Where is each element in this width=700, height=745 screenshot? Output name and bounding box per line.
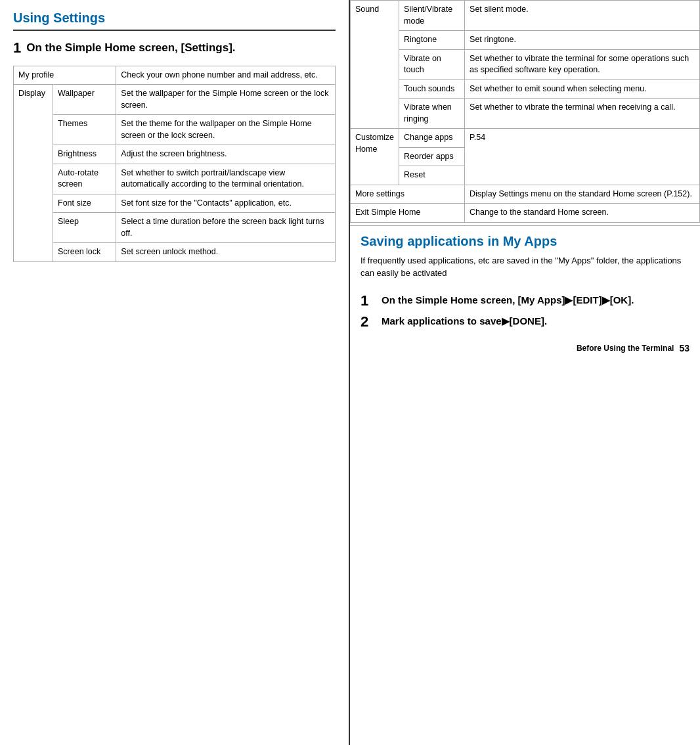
wallpaper-desc: Set the wallpaper for the Simple Home sc… (116, 85, 336, 115)
touch-sounds-desc: Set whether to emit sound when selecting… (465, 79, 700, 99)
table-row: Display Wallpaper Set the wallpaper for … (14, 85, 336, 115)
saving-step1-number: 1 (361, 293, 382, 309)
customize-home-desc: P.54 (465, 129, 700, 185)
ringtone-desc: Set ringtone. (465, 31, 700, 50)
screen-lock-label: Screen lock (53, 243, 116, 262)
saving-step2-number: 2 (361, 314, 382, 330)
more-settings-label: More settings (351, 185, 465, 204)
change-apps-label: Change apps (399, 129, 465, 148)
table-row: My profile Check your own phone number a… (14, 66, 336, 85)
vibrate-ringing-label: Vibrate when ringing (399, 99, 465, 129)
table-row: Screen lock Set screen unlock method. (14, 243, 336, 262)
saving-step1: 1 On the Simple Home screen, [My Apps]▶[… (361, 293, 689, 309)
saving-steps: 1 On the Simple Home screen, [My Apps]▶[… (350, 288, 700, 338)
table-row: Vibrate when ringing Set whether to vibr… (351, 99, 700, 129)
table-row: Brightness Adjust the screen brightness. (14, 145, 336, 164)
sleep-label: Sleep (53, 213, 116, 243)
themes-desc: Set the theme for the wallpaper on the S… (116, 115, 336, 145)
saving-step1-text: On the Simple Home screen, [My Apps]▶[ED… (382, 293, 634, 307)
sound-label: Sound (351, 1, 399, 129)
reorder-apps-label: Reorder apps (399, 147, 465, 166)
footer-label: Before Using the Terminal (577, 344, 674, 353)
right-column: Sound Silent/Vibrate mode Set silent mod… (350, 0, 700, 745)
screen-lock-desc: Set screen unlock method. (116, 243, 336, 262)
vibrate-touch-desc: Set whether to vibrate the terminal for … (465, 49, 700, 79)
display-label: Display (14, 85, 53, 262)
step1-text: On the Simple Home screen, [Settings]. (26, 41, 235, 54)
table-row: Touch sounds Set whether to emit sound w… (351, 79, 700, 99)
wallpaper-label: Wallpaper (53, 85, 116, 115)
step1-number: 1 (13, 39, 21, 56)
themes-label: Themes (53, 115, 116, 145)
font-size-desc: Set font size for the "Contacts" applica… (116, 194, 336, 213)
saving-apps-body: If frequently used applications, etc are… (350, 254, 700, 288)
ringtone-label: Ringtone (399, 31, 465, 50)
brightness-label: Brightness (53, 145, 116, 164)
left-column: Using Settings 1On the Simple Home scree… (0, 0, 350, 745)
auto-rotate-desc: Set whether to switch portrait/landscape… (116, 164, 336, 194)
touch-sounds-label: Touch sounds (399, 79, 465, 99)
brightness-desc: Adjust the screen brightness. (116, 145, 336, 164)
table-row: Vibrate on touch Set whether to vibrate … (351, 49, 700, 79)
font-size-label: Font size (53, 194, 116, 213)
my-profile-label: My profile (14, 66, 116, 85)
right-settings-table: Sound Silent/Vibrate mode Set silent mod… (350, 0, 700, 223)
my-profile-desc: Check your own phone number and mail add… (116, 66, 336, 85)
vibrate-ringing-desc: Set whether to vibrate the terminal when… (465, 99, 700, 129)
silent-vibrate-label: Silent/Vibrate mode (399, 1, 465, 31)
table-row: Customize Home Change apps P.54 (351, 129, 700, 148)
sleep-desc: Select a time duration before the screen… (116, 213, 336, 243)
table-row: Sleep Select a time duration before the … (14, 213, 336, 243)
vibrate-touch-label: Vibrate on touch (399, 49, 465, 79)
table-row: Ringtone Set ringtone. (351, 31, 700, 50)
page-footer: Before Using the Terminal 53 (350, 338, 700, 353)
exit-simple-home-desc: Change to the standard Home screen. (465, 204, 700, 223)
step1-heading: 1On the Simple Home screen, [Settings]. (13, 39, 336, 58)
page-number: 53 (679, 343, 689, 353)
table-row: Sound Silent/Vibrate mode Set silent mod… (351, 1, 700, 31)
auto-rotate-label: Auto-rotate screen (53, 164, 116, 194)
customize-home-label: Customize Home (351, 129, 399, 185)
saving-step2-text: Mark applications to save▶[DONE]. (382, 314, 547, 328)
table-row: Themes Set the theme for the wallpaper o… (14, 115, 336, 145)
reset-label: Reset (399, 166, 465, 185)
saving-apps-title: Saving applications in My Apps (350, 225, 700, 254)
exit-simple-home-label: Exit Simple Home (351, 204, 465, 223)
saving-step2: 2 Mark applications to save▶[DONE]. (361, 314, 689, 330)
table-row: More settings Display Settings menu on t… (351, 185, 700, 204)
settings-table: My profile Check your own phone number a… (13, 66, 336, 262)
table-row: Auto-rotate screen Set whether to switch… (14, 164, 336, 194)
table-row: Exit Simple Home Change to the standard … (351, 204, 700, 223)
page-title: Using Settings (13, 11, 336, 31)
silent-vibrate-desc: Set silent mode. (465, 1, 700, 31)
table-row: Font size Set font size for the "Contact… (14, 194, 336, 213)
more-settings-desc: Display Settings menu on the standard Ho… (465, 185, 700, 204)
